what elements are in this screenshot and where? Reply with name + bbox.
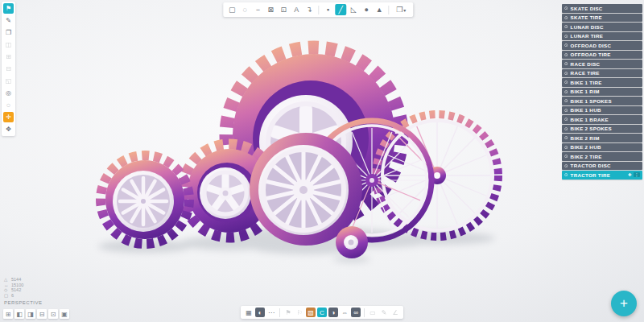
fill-tool[interactable]: ⚐ xyxy=(295,308,304,317)
visibility-eye-icon[interactable]: ⊙ xyxy=(564,61,568,66)
mirror-toggle[interactable]: ⇔ xyxy=(340,308,349,317)
layer-row[interactable]: ⊙ OFFROAD DISC ✚ ⋮ xyxy=(562,41,642,50)
face-mode[interactable]: ◺ xyxy=(348,4,359,15)
layer-row[interactable]: ⊙ TRACTOR DISC ✚ ⋮ xyxy=(562,162,642,171)
visibility-eye-icon[interactable]: ⊙ xyxy=(564,172,568,177)
isolate-icon[interactable]: ✚ xyxy=(628,172,632,177)
layer-row[interactable]: ⊙ BIKE 1 HUB ✚ ⋮ xyxy=(562,106,642,115)
layer-row[interactable]: ⊙ LUNAR TIRE ✚ ⋮ xyxy=(562,32,642,41)
visibility-eye-icon[interactable]: ⊙ xyxy=(564,135,568,140)
row-menu-icon[interactable]: ⋮ xyxy=(634,172,641,177)
environment-toggle[interactable]: ◐ xyxy=(255,308,265,317)
object-mode[interactable]: ▲ xyxy=(374,4,385,15)
layer-label: BIKE 2 RIM xyxy=(571,135,600,141)
visibility-eye-icon[interactable]: ⊙ xyxy=(564,52,568,57)
text-tool[interactable]: A xyxy=(291,4,302,15)
mirror-tool[interactable]: ◫ xyxy=(3,39,14,50)
angle-tool[interactable]: ∠ xyxy=(390,308,400,317)
layer-row[interactable]: ⊙ SKATE TIRE ✚ ⋮ xyxy=(562,14,642,23)
visibility-eye-icon[interactable]: ⊙ xyxy=(564,98,568,103)
visibility-eye-icon[interactable]: ⊙ xyxy=(564,71,568,76)
app-logo[interactable]: ⚑ xyxy=(3,3,14,14)
layer-row[interactable]: ⊙ BIKE 1 SPOKES ✚ ⋮ xyxy=(562,97,642,105)
visibility-eye-icon[interactable]: ⊙ xyxy=(564,117,568,122)
visibility-eye-icon[interactable]: ⊙ xyxy=(564,43,568,47)
visibility-eye-icon[interactable]: ⊙ xyxy=(564,145,568,150)
visibility-eye-icon[interactable]: ⊙ xyxy=(564,163,568,168)
expand-tool[interactable]: ✥ xyxy=(3,124,14,134)
view-iso[interactable]: ⊞ xyxy=(3,309,13,319)
visibility-eye-icon[interactable]: ⊙ xyxy=(564,80,568,85)
layer-label: SKATE TIRE xyxy=(571,14,602,20)
stat-value: 6 xyxy=(11,293,14,299)
layer-row[interactable]: ⊙ BIKE 2 SPOKES ✚ ⋮ xyxy=(562,125,642,134)
subdivide-tool[interactable]: ⊟ xyxy=(3,64,14,74)
toolbar-divider xyxy=(318,6,319,14)
mode-tools-group: ▪╱◺●▲ xyxy=(322,4,385,15)
3d-viewport-scene[interactable] xyxy=(0,0,644,322)
lasso-tool[interactable]: ◌ xyxy=(3,100,14,110)
link-toggle[interactable]: ∞ xyxy=(351,308,361,317)
skate-wheel-render[interactable] xyxy=(336,226,368,258)
layer-row[interactable]: ⊙ BIKE 1 TIRE ✚ ⋮ xyxy=(562,78,642,87)
layer-row[interactable]: ⊙ BIKE 2 HUB ✚ ⋮ xyxy=(562,143,642,152)
marquee-select-tool[interactable]: ▢ xyxy=(226,4,237,15)
edge-mode[interactable]: ╱ xyxy=(335,4,346,15)
view-top[interactable]: ◧ xyxy=(14,309,24,319)
layer-row[interactable]: ⊙ BIKE 2 RIM ✚ ⋮ xyxy=(562,134,642,142)
snap-tool[interactable]: ✛ xyxy=(3,112,14,122)
object-count: ▢ 6 xyxy=(4,293,23,299)
layer-row[interactable]: ⊙ RACE TIRE ✚ ⋮ xyxy=(562,69,642,78)
texture-swatch[interactable]: ◑ xyxy=(328,308,338,317)
edit-tool[interactable]: ✎ xyxy=(3,15,14,26)
visibility-eye-icon[interactable]: ⊙ xyxy=(564,6,568,10)
view-left[interactable]: ⊡ xyxy=(48,309,58,319)
layer-row[interactable]: ⊙ BIKE 1 BRAKE ✚ ⋮ xyxy=(562,115,642,124)
grid-select-tool[interactable]: ⊡ xyxy=(278,4,289,15)
array-tool[interactable]: ⊞ xyxy=(3,52,14,62)
paint-tool[interactable]: ⚑ xyxy=(283,308,293,317)
display-mode-dropdown[interactable]: ❒ ▾ xyxy=(392,4,410,15)
visibility-eye-icon[interactable]: ⊙ xyxy=(564,34,568,39)
layer-label: TRACTOR DISC xyxy=(571,163,611,168)
visibility-eye-icon[interactable]: ⊙ xyxy=(564,89,568,94)
layer-label: RACE DISC xyxy=(571,61,601,67)
layer-row[interactable]: ⊙ BIKE 1 RIM ✚ ⋮ xyxy=(562,88,642,97)
layer-row[interactable]: ⊙ SKATE DISC ✚ ⋮ xyxy=(562,4,642,13)
view-front[interactable]: ◨ xyxy=(26,309,35,319)
color-swatch[interactable]: C xyxy=(317,308,327,317)
material-group: ⚑⚐▧C◑⇔∞ xyxy=(283,308,361,317)
add-object-fab[interactable]: + xyxy=(611,291,637,316)
import-tool[interactable]: ↴ xyxy=(303,4,315,15)
visibility-eye-icon[interactable]: ⊙ xyxy=(564,15,568,20)
visibility-eye-icon[interactable]: ⊙ xyxy=(564,126,568,131)
measure-tool[interactable]: ▭ xyxy=(368,308,378,317)
view-right[interactable]: ⊟ xyxy=(37,309,47,319)
toolbar-divider xyxy=(279,308,280,317)
camera-mode-label[interactable]: PERSPECTIVE xyxy=(4,300,43,305)
layer-row[interactable]: ⊙ OFFROAD TIRE ✚ ⋮ xyxy=(562,51,642,60)
toolbar-divider xyxy=(388,6,389,14)
vertex-mode[interactable]: ▪ xyxy=(322,4,333,15)
more-options[interactable]: ⋯ xyxy=(266,308,276,317)
boolean-tool[interactable]: ◱ xyxy=(3,76,14,86)
visibility-eye-icon[interactable]: ⊙ xyxy=(564,154,568,159)
layer-row[interactable]: ⊙ BIKE 2 TIRE ✚ ⋮ xyxy=(562,152,642,161)
material-swatch[interactable]: ▧ xyxy=(306,308,316,317)
tractor-wheel-render[interactable] xyxy=(101,155,189,244)
view-bottom[interactable]: ▣ xyxy=(60,309,69,319)
visibility-eye-icon[interactable]: ⊙ xyxy=(564,108,568,113)
soft-select-mode[interactable]: ● xyxy=(361,4,372,15)
layer-row[interactable]: ⊙ RACE DISC ✚ ⋮ xyxy=(562,60,642,68)
layer-row[interactable]: ⊙ LUNAR DISC ✚ ⋮ xyxy=(562,23,642,31)
line-tool[interactable]: − xyxy=(252,4,263,15)
layer-label: OFFROAD DISC xyxy=(571,43,612,48)
add-object-tool[interactable]: ❐ xyxy=(3,27,14,38)
lasso-select-tool[interactable]: ◌ xyxy=(239,4,250,15)
visibility-eye-icon[interactable]: ⊙ xyxy=(564,24,568,29)
box-select-tool[interactable]: ⊠ xyxy=(265,4,276,15)
material-tool[interactable]: ◎ xyxy=(3,88,14,98)
pen-tool[interactable]: ✎ xyxy=(379,308,389,317)
grid-toggle[interactable]: ▦ xyxy=(244,308,254,317)
layer-row[interactable]: ⊙ TRACTOR TIRE ✚ ⋮ xyxy=(562,171,642,180)
